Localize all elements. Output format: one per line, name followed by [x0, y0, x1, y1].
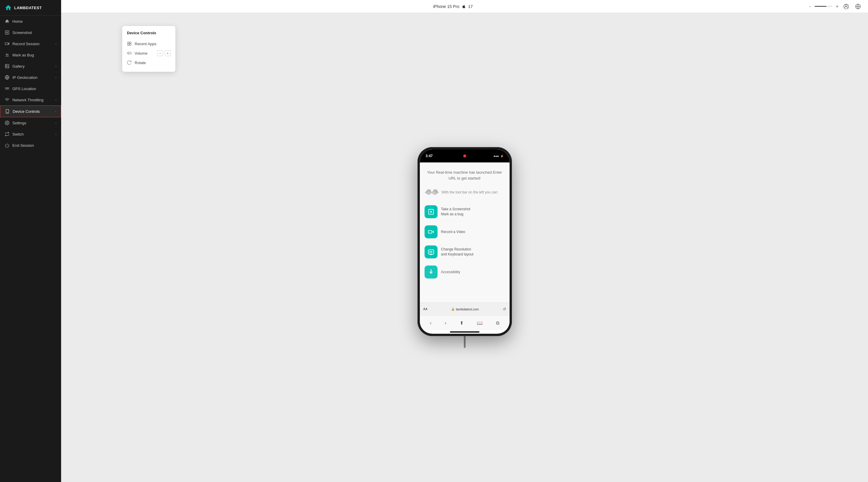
topbar-center: iPhone 15 Pro 17: [433, 4, 473, 9]
resolution-feature-icon: [428, 249, 434, 255]
aa-text[interactable]: AA: [423, 307, 428, 311]
feature-list: Take a ScreenshotMark as a bug Record a …: [420, 202, 509, 281]
popup-label-recent: Recent Apps: [135, 42, 156, 46]
phone-nav-bar: ‹ › ⬆ 📖 ⧉: [420, 315, 509, 330]
zoom-bar: [814, 6, 832, 7]
sidebar-item-left: Screenshot: [5, 30, 32, 35]
sidebar-item-device-controls[interactable]: Device Controls ›: [0, 106, 61, 117]
popup-item-recent-apps[interactable]: Recent Apps: [127, 39, 170, 48]
sidebar-label-switch: Switch: [12, 132, 24, 137]
video-feature-icon: [428, 229, 434, 235]
svg-point-9: [7, 112, 7, 113]
sidebar-item-switch[interactable]: Switch ›: [0, 128, 61, 140]
chevron-right-icon: ›: [56, 98, 56, 101]
sidebar-label-end: End Session: [12, 143, 34, 148]
svg-line-23: [425, 192, 426, 193]
gps-icon: [5, 86, 9, 91]
feature-icon-video: [425, 225, 438, 238]
main-content: iPhone 15 Pro 17 - + Device Controls Rec…: [61, 0, 868, 482]
share-icon[interactable]: ⬆: [460, 320, 464, 326]
svg-point-26: [430, 211, 432, 213]
chevron-right-icon: ›: [56, 42, 56, 46]
popup-title: Device Controls: [127, 31, 170, 35]
apple-icon: [462, 4, 466, 8]
sidebar-item-mark-bug[interactable]: Mark as Bug: [0, 49, 61, 61]
phone-content: Your Real-time machine has launched Ente…: [420, 162, 509, 302]
lock-icon: 🔒: [451, 307, 455, 311]
volume-label: Volume: [135, 51, 147, 56]
accessibility-feature-icon: [428, 269, 434, 275]
sidebar-label-device: Device Controls: [13, 109, 40, 114]
feature-item-video: Record a Video: [425, 222, 505, 241]
tabs-icon[interactable]: ⧉: [496, 321, 499, 326]
sidebar-item-network[interactable]: Network Throttling ›: [0, 94, 61, 106]
url-display[interactable]: 🔒 lambdatest.com: [430, 307, 500, 311]
volume-row: Volume − +: [135, 50, 170, 56]
feature-text-resolution: Change Resolutionand Keyboard layout: [441, 247, 473, 257]
sidebar-item-left: Record Session: [5, 41, 39, 46]
feature-icon-accessibility: [425, 266, 438, 278]
feature-item-accessibility: Accessibility: [425, 263, 505, 281]
topbar: iPhone 15 Pro 17 - +: [61, 0, 868, 13]
bookmarks-icon[interactable]: 📖: [477, 320, 483, 326]
svg-rect-29: [428, 250, 433, 254]
sidebar-item-left: Device Controls: [5, 109, 40, 114]
sidebar-item-end-session[interactable]: End Session: [0, 140, 61, 151]
feature-text-video: Record a Video: [441, 230, 466, 235]
more-options-icon[interactable]: [854, 2, 862, 11]
sidebar-label-ip: IP Geolocation: [12, 75, 37, 80]
battery-icon: ⚡: [500, 154, 504, 158]
svg-marker-28: [432, 230, 434, 233]
chevron-right-icon: ›: [56, 65, 56, 68]
svg-rect-2: [5, 43, 8, 45]
svg-point-30: [430, 269, 432, 271]
switch-icon: [5, 132, 9, 137]
svg-point-6: [6, 65, 7, 66]
sidebar-label-network: Network Throttling: [12, 98, 43, 102]
sidebar-item-screenshot[interactable]: Screenshot: [0, 27, 61, 38]
sidebar-item-gps[interactable]: GPS Location: [0, 83, 61, 94]
user-settings-icon[interactable]: [842, 2, 850, 11]
status-icons: ●●● ⚡: [493, 154, 503, 158]
zoom-plus[interactable]: +: [836, 4, 838, 9]
screenshot-feature-icon: [428, 209, 434, 215]
volume-minus-button[interactable]: −: [157, 50, 163, 56]
sidebar-item-ip-geolocation[interactable]: IP Geolocation ›: [0, 72, 61, 83]
welcome-message: Your Real-time machine has launched Ente…: [427, 170, 502, 180]
url-text: lambdatest.com: [456, 307, 479, 311]
glasses-icon: [425, 187, 439, 198]
phone-container: 3:47 ●●● ⚡ Your Real-time machine has la…: [417, 147, 512, 348]
sidebar-label-settings: Settings: [12, 121, 26, 125]
toolbar-hint-text: With the tool bar on the left you can:: [442, 190, 498, 195]
rotate-icon: [127, 60, 132, 65]
chevron-right-icon: ›: [56, 76, 56, 79]
svg-rect-17: [128, 44, 129, 46]
volume-plus-button[interactable]: +: [165, 50, 170, 56]
sidebar-item-home[interactable]: Home: [0, 16, 61, 27]
sidebar-item-left: Gallery: [5, 64, 25, 68]
svg-point-10: [6, 122, 8, 123]
svg-point-1: [6, 32, 8, 33]
logo-icon: [5, 4, 12, 11]
back-icon[interactable]: ‹: [430, 321, 431, 326]
sidebar-label-gps: GPS Location: [12, 87, 36, 91]
popup-item-rotate[interactable]: Rotate: [127, 58, 170, 67]
network-icon: [5, 97, 9, 102]
refresh-icon[interactable]: ↺: [503, 307, 506, 311]
popup-item-volume: Volume − +: [127, 48, 170, 58]
chevron-right-icon: ›: [56, 121, 56, 125]
sidebar-item-settings[interactable]: Settings ›: [0, 117, 61, 128]
welcome-text: Your Real-time machine has launched Ente…: [420, 162, 509, 185]
sidebar-item-record-session[interactable]: Record Session ›: [0, 38, 61, 49]
svg-rect-18: [130, 44, 131, 46]
zoom-minus[interactable]: -: [809, 4, 811, 9]
sidebar-item-left: Settings: [5, 121, 26, 125]
chevron-right-icon: ›: [56, 132, 56, 136]
feature-icon-screenshot: [425, 205, 438, 218]
forward-icon[interactable]: ›: [445, 321, 446, 326]
phone-screen: 3:47 ●●● ⚡ Your Real-time machine has la…: [420, 149, 509, 334]
phone-status-bar: 3:47 ●●● ⚡: [420, 149, 509, 162]
sidebar-item-left: End Session: [5, 143, 34, 148]
sidebar-label-gallery: Gallery: [12, 64, 25, 68]
sidebar-item-gallery[interactable]: Gallery ›: [0, 61, 61, 72]
